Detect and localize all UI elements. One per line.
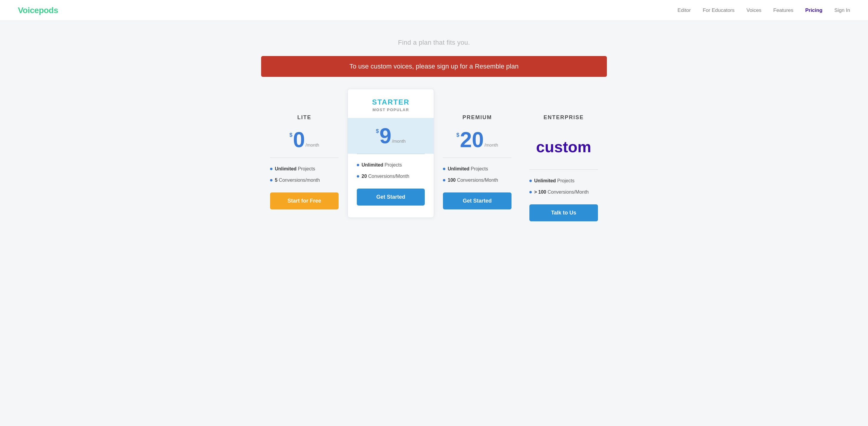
start-for-free-button[interactable]: Start for Free xyxy=(270,192,339,209)
price-dollar-starter: $ xyxy=(376,128,379,134)
bullet-icon xyxy=(270,168,273,170)
nav-item-voices[interactable]: Voices xyxy=(746,7,761,13)
price-area-lite: $ 0 /month xyxy=(270,122,339,158)
price-area-starter: $ 9 /month xyxy=(348,118,434,154)
divider-lite xyxy=(270,158,339,158)
divider-enterprise xyxy=(529,169,598,170)
bullet-icon xyxy=(357,164,359,166)
list-item: 100 Conversions/Month xyxy=(443,177,512,183)
plan-name-enterprise: ENTERPRISE xyxy=(529,104,598,121)
nav-item-sign-in[interactable]: Sign In xyxy=(834,7,850,13)
main-nav: Editor For Educators Voices Features Pri… xyxy=(678,7,850,13)
bullet-icon xyxy=(443,179,445,182)
plan-card-lite: LITE $ 0 /month Unlimited Projects 5 Con… xyxy=(261,92,347,221)
features-list-enterprise: Unlimited Projects > 100 Conversions/Mon… xyxy=(529,178,598,195)
plan-subtitle-starter: MOST POPULAR xyxy=(357,107,425,112)
price-number-starter: 9 xyxy=(379,125,392,146)
price-period-starter: /month xyxy=(392,138,406,143)
site-header: Voicepods Editor For Educators Voices Fe… xyxy=(0,0,868,21)
plan-name-lite: LITE xyxy=(270,104,339,121)
plan-card-premium: PREMIUM $ 20 /month Unlimited Projects 1… xyxy=(434,92,521,221)
price-custom-enterprise: custom xyxy=(529,129,598,162)
price-dollar-premium: $ xyxy=(456,132,459,138)
pricing-grid: LITE $ 0 /month Unlimited Projects 5 Con… xyxy=(261,92,607,233)
divider-premium xyxy=(443,158,512,158)
price-display-premium: $ 20 /month xyxy=(443,129,512,151)
price-number-premium: 20 xyxy=(460,129,484,151)
plan-card-enterprise: ENTERPRISE custom Unlimited Projects > 1… xyxy=(521,92,607,233)
get-started-button-premium[interactable]: Get Started xyxy=(443,192,512,209)
bullet-icon xyxy=(357,175,359,177)
bullet-icon xyxy=(270,179,273,182)
page-subtitle: Find a plan that fits you. xyxy=(261,39,607,46)
nav-item-pricing[interactable]: Pricing xyxy=(805,7,823,13)
price-number-lite: 0 xyxy=(293,129,305,151)
price-period-premium: /month xyxy=(485,142,498,148)
list-item: 5 Conversions/month xyxy=(270,177,339,183)
list-item: Unlimited Projects xyxy=(357,162,425,168)
price-display-starter: $ 9 /month xyxy=(357,125,425,146)
bullet-icon xyxy=(443,168,445,170)
nav-item-features[interactable]: Features xyxy=(773,7,793,13)
price-area-premium: $ 20 /month xyxy=(443,122,512,158)
price-area-enterprise: custom xyxy=(529,122,598,169)
plan-name-starter: STARTER xyxy=(357,89,425,106)
features-list-premium: Unlimited Projects 100 Conversions/Month xyxy=(443,166,512,183)
nav-item-editor[interactable]: Editor xyxy=(678,7,691,13)
main-content: Find a plan that fits you. To use custom… xyxy=(255,21,613,257)
logo[interactable]: Voicepods xyxy=(18,6,58,15)
list-item: 20 Conversions/Month xyxy=(357,174,425,179)
nav-item-for-educators[interactable]: For Educators xyxy=(703,7,735,13)
price-display-lite: $ 0 /month xyxy=(270,129,339,151)
price-dollar-lite: $ xyxy=(289,132,292,138)
alert-banner: To use custom voices, please sign up for… xyxy=(261,56,607,77)
talk-to-us-button[interactable]: Talk to Us xyxy=(529,204,598,221)
bullet-icon xyxy=(529,179,532,182)
price-period-lite: /month xyxy=(306,142,319,148)
list-item: Unlimited Projects xyxy=(529,178,598,184)
features-list-starter: Unlimited Projects 20 Conversions/Month xyxy=(357,162,425,179)
plan-name-premium: PREMIUM xyxy=(443,104,512,121)
divider-starter xyxy=(357,154,425,154)
features-list-lite: Unlimited Projects 5 Conversions/month xyxy=(270,166,339,183)
bullet-icon xyxy=(529,191,532,193)
list-item: Unlimited Projects xyxy=(270,166,339,172)
get-started-button-starter[interactable]: Get Started xyxy=(357,189,425,205)
list-item: > 100 Conversions/Month xyxy=(529,190,598,195)
plan-card-starter: STARTER MOST POPULAR $ 9 /month Unlimite… xyxy=(347,89,434,218)
list-item: Unlimited Projects xyxy=(443,166,512,172)
